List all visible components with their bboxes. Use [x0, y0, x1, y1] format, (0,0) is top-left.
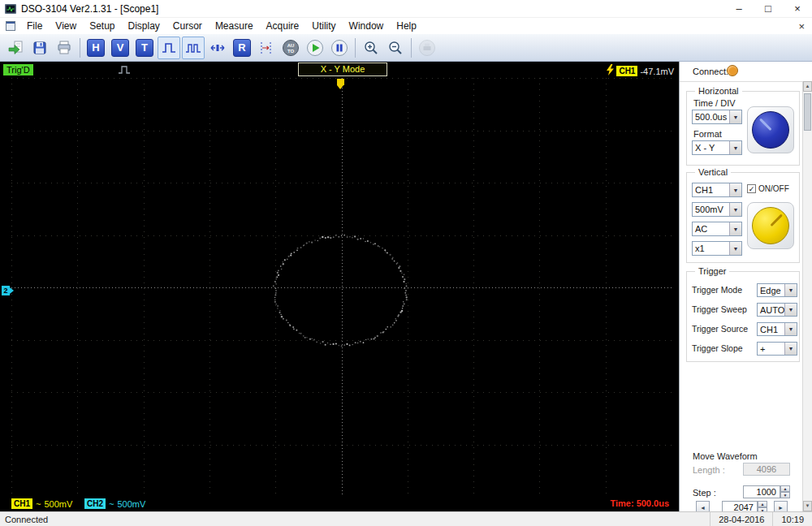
onoff-label: ON/OFF [758, 184, 789, 193]
menu-setup[interactable]: Setup [83, 19, 121, 33]
mdi-child-icon [6, 21, 15, 31]
scroll-down-icon[interactable]: ▼ [803, 501, 812, 511]
display-mode-text: X - Y Mode [321, 64, 365, 74]
menu-items: FileViewSetupDisplayCursorMeasureAcquire… [20, 19, 423, 33]
spin-up-icon[interactable]: ▲ [758, 501, 767, 507]
autoscale-button[interactable] [206, 37, 229, 59]
status-time: 10:19 [772, 512, 812, 526]
zoom-in-button[interactable] [360, 37, 382, 59]
coupling-select[interactable]: AC ▼ [692, 222, 742, 236]
trigger-panel-button[interactable]: T [133, 37, 156, 59]
volts-knob-well [747, 202, 794, 249]
connection-status: Connected [0, 515, 48, 524]
trigger-sweep-select[interactable]: AUTO▼ [757, 303, 797, 317]
titlebar: DSO-3104 Ver2.1.31 - [Scope1] – □ × [0, 0, 812, 18]
ch2-badge: CH2 [84, 498, 106, 509]
step-field[interactable]: 1000 [743, 485, 780, 498]
print-button[interactable] [53, 37, 76, 59]
trigger-level-icon[interactable] [607, 64, 614, 78]
panel-scrollbar[interactable]: ▲ ▼ [802, 81, 812, 511]
menu-acquire[interactable]: Acquire [260, 19, 306, 33]
cursor-icon [258, 40, 274, 56]
ch2-coupling-icon: ~ [109, 499, 114, 509]
import-icon [7, 40, 24, 56]
horizontal-group-title: Horizontal [695, 86, 742, 96]
scope-display[interactable] [11, 78, 672, 497]
ch2-position-marker[interactable]: 2 [2, 286, 10, 295]
ch2-marker-label: 2 [3, 287, 7, 295]
trigger-slope-icon [118, 65, 131, 77]
chevron-down-icon: ▼ [729, 203, 741, 216]
scroll-up-icon[interactable]: ▲ [803, 81, 812, 92]
trigger-source-select[interactable]: CH1▼ [757, 322, 797, 336]
format-select[interactable]: X - Y ▼ [692, 140, 742, 155]
ch1-badge: CH1 [11, 498, 32, 509]
toolbar-separator [355, 38, 356, 58]
menu-utility[interactable]: Utility [305, 19, 342, 33]
chevron-down-icon: ▼ [729, 141, 741, 154]
menu-cursor[interactable]: Cursor [166, 19, 209, 33]
status-date: 28-04-2016 [710, 512, 772, 526]
vertical-panel-button[interactable]: V [109, 37, 132, 59]
move-waveform-title: Move Waveform [693, 451, 758, 461]
run-button[interactable] [304, 37, 326, 59]
connect-led[interactable] [727, 65, 738, 76]
step-spinner[interactable]: ▲ ▼ [780, 485, 790, 498]
minimize-button[interactable]: – [724, 0, 754, 17]
app-icon [5, 3, 16, 15]
menu-measure[interactable]: Measure [209, 19, 260, 33]
horizontal-panel-button[interactable]: H [84, 37, 107, 59]
menu-display[interactable]: Display [122, 19, 166, 33]
autoset-button[interactable]: AUTO [279, 37, 302, 59]
scope-channel-strip: CH1 ~ 500mV CH2 ~ 500mV Time: 500.0us [0, 497, 679, 511]
panel-divider [680, 81, 812, 82]
maximize-button[interactable]: □ [754, 0, 783, 17]
mdi-close-icon[interactable]: × [791, 20, 812, 32]
probe-select[interactable]: x1 ▼ [692, 241, 742, 256]
ch1-position-marker[interactable] [337, 79, 344, 85]
channel-onoff-checkbox[interactable]: ✓ ON/OFF [747, 184, 789, 193]
length-field: 4096 [743, 463, 790, 476]
vertical-group: Vertical CH1 ▼ ✓ ON/OFF 500mV ▼ AC ▼ x1 … [686, 172, 800, 263]
trigger-mode-value: Edge [758, 286, 784, 295]
trigger-source-value: CH1 [758, 325, 784, 334]
chevron-down-icon: ▼ [729, 183, 741, 196]
refresh-panel-button[interactable]: R [231, 37, 253, 59]
scrollbar-thumb[interactable] [804, 93, 811, 131]
save-icon [32, 40, 48, 56]
menu-view[interactable]: View [49, 19, 83, 33]
chevron-down-icon: ▼ [784, 284, 797, 296]
close-button[interactable]: × [783, 0, 812, 17]
single-waveform-button[interactable] [158, 37, 180, 59]
checkbox-check-icon: ✓ [747, 184, 756, 193]
channel-select[interactable]: CH1 ▼ [692, 183, 742, 197]
cursor-measure-button[interactable] [255, 37, 278, 59]
volts-div-select[interactable]: 500mV ▼ [692, 202, 742, 217]
trigger-slope-value: + [758, 344, 784, 354]
letter-icon: H [87, 39, 105, 57]
scope-status-strip: Trig'D X - Y Mode CH1 -47.1mV [0, 62, 679, 78]
timediv-select[interactable]: 500.0us ▼ [692, 110, 742, 124]
menu-file[interactable]: File [20, 19, 49, 33]
save-button[interactable] [28, 37, 51, 59]
vertical-group-title: Vertical [695, 167, 731, 177]
ch1-volts: 500mV [44, 499, 72, 509]
menubar: FileViewSetupDisplayCursorMeasureAcquire… [0, 18, 812, 34]
trigger-slope-select[interactable]: +▼ [757, 342, 797, 356]
import-button[interactable] [4, 37, 27, 59]
pause-button[interactable] [328, 37, 351, 59]
trigger-mode-select[interactable]: Edge▼ [757, 283, 797, 297]
menu-help[interactable]: Help [390, 19, 423, 33]
dual-waveform-button[interactable] [182, 37, 205, 59]
letter-icon: V [111, 39, 129, 57]
spin-down-icon[interactable]: ▼ [780, 492, 790, 498]
auto-icon: AUTO [282, 39, 300, 57]
spin-up-icon[interactable]: ▲ [780, 485, 790, 492]
timediv-value: 500.0us [693, 112, 729, 122]
scope-area: Trig'D X - Y Mode CH1 -47.1mV 2 CH1 ~ 50… [0, 62, 679, 511]
export-button [416, 37, 438, 59]
timebase-knob[interactable] [752, 111, 789, 149]
volts-knob[interactable] [752, 207, 789, 244]
menu-window[interactable]: Window [343, 19, 391, 33]
zoom-out-button[interactable] [384, 37, 407, 59]
